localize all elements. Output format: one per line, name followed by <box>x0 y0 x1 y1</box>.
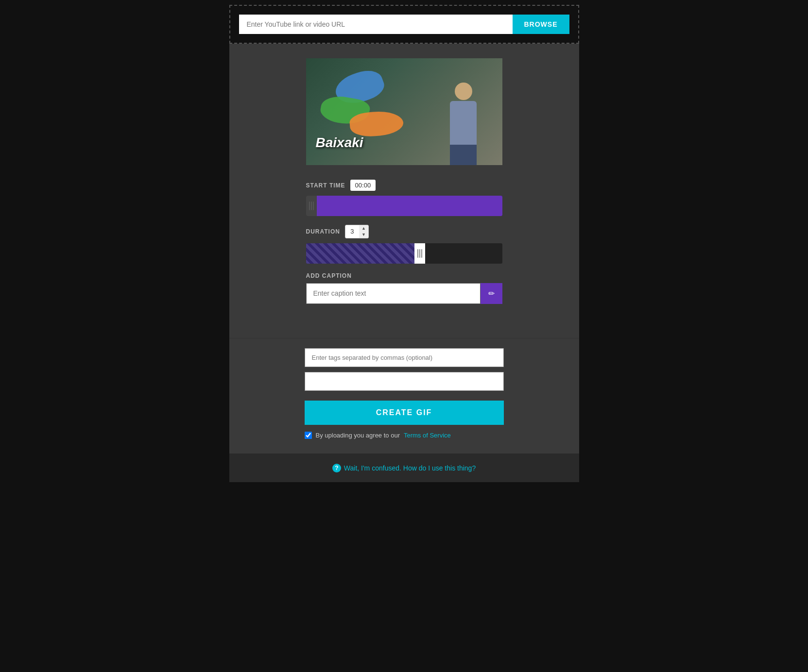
caption-section-label: ADD CAPTION <box>306 272 502 279</box>
help-text: Wait, I'm confused. How do I use this th… <box>344 464 476 472</box>
grip-line <box>313 202 314 210</box>
controls-section: START TIME 00:00 DURATION 3 ▲ ▼ <box>306 180 502 319</box>
duration-value: 3 <box>345 226 359 237</box>
handle-grip <box>417 249 422 258</box>
duration-slider-fill <box>306 243 420 264</box>
tags-input[interactable] <box>305 348 504 367</box>
person-legs <box>450 145 477 165</box>
help-link[interactable]: ? Wait, I'm confused. How do I use this … <box>332 464 476 472</box>
person-figure <box>444 83 483 165</box>
grip-line <box>419 249 420 258</box>
pencil-icon: ✏ <box>488 289 495 298</box>
start-time-value: 00:00 <box>350 180 376 191</box>
caption-row: ✏ <box>306 283 502 304</box>
start-time-slider[interactable] <box>306 196 502 216</box>
terms-checkbox[interactable] <box>305 432 312 439</box>
handle-grip <box>309 202 314 210</box>
terms-row: By uploading you agree to our Terms of S… <box>305 432 504 439</box>
start-slider-fill <box>317 196 502 216</box>
thumb-background: Baixaki <box>306 58 502 165</box>
bottom-section: http://www.youtube.com/watch?v=lw1kw0yyI… <box>229 338 579 454</box>
footer: ? Wait, I'm confused. How do I use this … <box>229 454 579 482</box>
grip-line <box>417 249 418 258</box>
main-content: Baixaki START TIME 00:00 <box>229 44 579 338</box>
start-time-row: START TIME 00:00 <box>306 180 502 191</box>
video-thumbnail: Baixaki <box>306 58 502 165</box>
terms-text: By uploading you agree to our <box>316 432 400 439</box>
start-slider-left-handle[interactable] <box>306 196 317 216</box>
url-section: BROWSE <box>229 5 579 44</box>
duration-spinner[interactable]: 3 ▲ ▼ <box>345 225 369 238</box>
grip-line <box>421 249 422 258</box>
spinner-arrows: ▲ ▼ <box>359 225 368 238</box>
duration-label: DURATION <box>306 228 340 235</box>
help-icon: ? <box>332 464 341 472</box>
start-time-label: START TIME <box>306 182 345 189</box>
browse-button[interactable]: BROWSE <box>513 15 569 34</box>
spinner-down-button[interactable]: ▼ <box>359 232 368 238</box>
duration-row: DURATION 3 ▲ ▼ <box>306 225 502 238</box>
grip-line <box>309 202 310 210</box>
grip-line <box>311 202 312 210</box>
terms-link[interactable]: Terms of Service <box>404 432 451 439</box>
source-url-input[interactable]: http://www.youtube.com/watch?v=lw1kw0yyI… <box>305 372 504 391</box>
create-gif-button[interactable]: CREATE GIF <box>305 401 504 425</box>
url-row: BROWSE <box>239 15 569 34</box>
youtube-url-input[interactable] <box>239 15 513 34</box>
person-body <box>450 101 477 145</box>
baixaki-logo-text: Baixaki <box>316 135 363 151</box>
duration-slider-right-handle[interactable] <box>414 243 425 264</box>
caption-edit-button[interactable]: ✏ <box>481 283 502 304</box>
duration-slider[interactable] <box>306 243 502 264</box>
caption-input[interactable] <box>306 283 481 304</box>
spinner-up-button[interactable]: ▲ <box>359 225 368 232</box>
person-head <box>455 83 472 100</box>
